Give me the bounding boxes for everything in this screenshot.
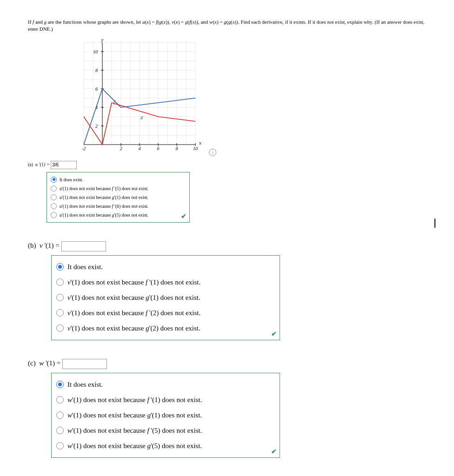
choice[interactable]: It does exist. bbox=[56, 259, 275, 275]
radio-icon bbox=[56, 442, 64, 450]
choice[interactable]: u'(1) does not exist because f '(6) does… bbox=[51, 202, 186, 211]
text-cursor bbox=[434, 218, 435, 228]
svg-text:x: x bbox=[199, 140, 201, 145]
svg-text:10: 10 bbox=[93, 49, 98, 54]
part-a-choices: It does exist. u'(1) does not exist beca… bbox=[47, 172, 190, 223]
radio-icon bbox=[51, 185, 57, 192]
question-text: If f and g are the functions whose graph… bbox=[28, 19, 426, 33]
radio-icon bbox=[56, 324, 64, 332]
radio-icon bbox=[56, 278, 64, 286]
choice[interactable]: w'(1) does not exist because f '(1) does… bbox=[56, 392, 275, 408]
radio-icon bbox=[51, 194, 57, 200]
svg-text:8: 8 bbox=[176, 146, 178, 151]
choice[interactable]: It does exist. bbox=[51, 175, 186, 184]
radio-icon bbox=[56, 309, 64, 317]
svg-text:y: y bbox=[101, 38, 104, 42]
choice[interactable]: w'(1) does not exist because g'(1) does … bbox=[56, 408, 275, 423]
choice[interactable]: u'(1) does not exist because f '(5) does… bbox=[51, 184, 186, 193]
radio-icon bbox=[56, 294, 64, 301]
choice[interactable]: v'(1) does not exist because f '(1) does… bbox=[56, 275, 275, 290]
radio-icon bbox=[51, 203, 57, 209]
info-icon[interactable]: i bbox=[209, 149, 216, 156]
radio-icon bbox=[51, 177, 57, 183]
graph: -2 2 4 6 8 10 2 4 6 8 10 x y bbox=[56, 38, 426, 156]
svg-text:6: 6 bbox=[95, 86, 98, 92]
part-b-choices: It does exist. v'(1) does not exist beca… bbox=[51, 255, 280, 340]
radio-icon bbox=[56, 427, 64, 434]
radio-icon bbox=[56, 263, 64, 271]
choice[interactable]: v'(1) does not exist because f '(2) does… bbox=[56, 305, 275, 321]
check-icon: ✔ bbox=[271, 448, 277, 456]
svg-text:g: g bbox=[140, 114, 143, 119]
part-b-prompt: (b) v '(1) = bbox=[28, 241, 426, 251]
radio-icon bbox=[56, 411, 64, 419]
svg-text:6: 6 bbox=[157, 146, 160, 151]
part-b-input[interactable] bbox=[61, 241, 106, 251]
part-c-prompt: (c) w '(1) = bbox=[28, 359, 426, 369]
choice[interactable]: w'(1) does not exist because g'(5) does … bbox=[56, 438, 275, 454]
part-a-prompt: (a) u '(1) = bbox=[28, 161, 426, 169]
part-a-input[interactable] bbox=[51, 161, 77, 169]
svg-text:10: 10 bbox=[193, 146, 198, 151]
part-c-choices: It does exist. w'(1) does not exist beca… bbox=[51, 373, 280, 458]
choice[interactable]: u'(1) does not exist because g'(1) does … bbox=[51, 193, 186, 202]
choice[interactable]: v'(1) does not exist because g'(1) does … bbox=[56, 290, 275, 305]
choice[interactable]: It does exist. bbox=[56, 377, 275, 392]
radio-icon bbox=[56, 396, 64, 403]
part-c-input[interactable] bbox=[62, 359, 107, 369]
svg-text:8: 8 bbox=[95, 68, 98, 73]
check-icon: ✔ bbox=[181, 212, 187, 220]
choice[interactable]: w'(1) does not exist because f '(5) does… bbox=[56, 423, 275, 438]
check-icon: ✔ bbox=[271, 330, 277, 338]
radio-icon bbox=[56, 381, 64, 388]
radio-icon bbox=[51, 212, 57, 218]
choice[interactable]: u'(1) does not exist because g'(5) does … bbox=[51, 211, 186, 219]
svg-text:2: 2 bbox=[95, 124, 98, 129]
svg-text:2: 2 bbox=[120, 146, 122, 151]
svg-text:4: 4 bbox=[139, 146, 141, 151]
choice[interactable]: v'(1) does not exist because g'(2) does … bbox=[56, 321, 275, 336]
svg-text:-2: -2 bbox=[82, 146, 86, 151]
